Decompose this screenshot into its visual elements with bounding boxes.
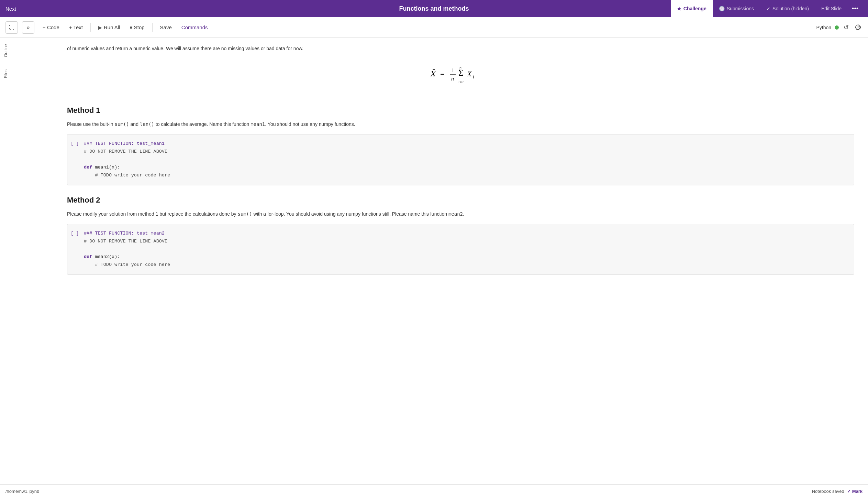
intro-text: of numeric values and return a numeric v… bbox=[67, 38, 854, 56]
status-right: Notebook saved ✓ Mark bbox=[812, 489, 863, 494]
check-icon: ✓ bbox=[847, 489, 851, 494]
collapse-sidebar-button[interactable]: » bbox=[22, 21, 34, 34]
check-icon: ✓ bbox=[766, 6, 770, 11]
code-line: def mean1(x): bbox=[84, 164, 848, 172]
add-text-button[interactable]: + Text bbox=[65, 22, 87, 32]
svg-text:n: n bbox=[451, 76, 454, 82]
cell-indicator-2: [ ] bbox=[67, 230, 81, 237]
svg-text:=: = bbox=[440, 69, 444, 78]
file-path: /home/hw1.ipynb bbox=[5, 489, 39, 494]
expand-icon: ⛶ bbox=[9, 24, 14, 31]
sidebar-item-files[interactable]: Files bbox=[2, 67, 10, 81]
code-cell-2[interactable]: [ ] ### TEST FUNCTION: test_mean2 # DO N… bbox=[67, 224, 854, 275]
svg-text:1: 1 bbox=[452, 67, 454, 73]
commands-button[interactable]: Commands bbox=[177, 22, 212, 32]
method1-description: Please use the buit-in sum() and len() t… bbox=[67, 120, 854, 129]
main-area: Outline Files of numeric values and retu… bbox=[0, 38, 868, 484]
saved-status: Notebook saved bbox=[812, 489, 844, 494]
kernel-status-dot bbox=[835, 25, 839, 30]
top-navbar: Next Functions and methods ★ Challenge 🕐… bbox=[0, 0, 868, 17]
cell-indicator-1: [ ] bbox=[67, 140, 81, 148]
page-title: Functions and methods bbox=[399, 5, 469, 12]
stop-icon: ■ bbox=[130, 25, 132, 30]
sidebar-item-outline[interactable]: Outline bbox=[2, 41, 10, 60]
restart-kernel-button[interactable]: ↺ bbox=[842, 22, 850, 33]
mark-button[interactable]: ✓ Mark bbox=[847, 489, 863, 494]
code-line bbox=[84, 156, 848, 164]
toolbar-right: Python ↺ ⏻ bbox=[816, 22, 863, 33]
separator-1 bbox=[90, 23, 91, 32]
code-line bbox=[84, 246, 848, 253]
clock-icon: 🕐 bbox=[719, 6, 725, 11]
svg-text:i=1: i=1 bbox=[458, 80, 464, 84]
side-panel: Outline Files bbox=[0, 38, 12, 484]
formula-svg: X̄ = 1 n Σ n i=1 X i bbox=[423, 63, 499, 87]
code-cell-1[interactable]: [ ] ### TEST FUNCTION: test_mean1 # DO N… bbox=[67, 134, 854, 185]
toolbar: ⛶ » + Code + Text ▶ Run All ■ Stop Save … bbox=[0, 17, 868, 38]
code-line: # TODO write your code here bbox=[84, 261, 848, 269]
power-icon: ⏻ bbox=[855, 24, 861, 31]
power-button[interactable]: ⏻ bbox=[854, 22, 863, 32]
svg-text:n: n bbox=[459, 66, 461, 71]
svg-text:X: X bbox=[467, 69, 472, 78]
code-line: # TODO write your code here bbox=[84, 172, 848, 180]
fullscreen-button[interactable]: ⛶ bbox=[5, 21, 18, 34]
separator-2 bbox=[152, 23, 153, 32]
tab-challenge[interactable]: ★ Challenge bbox=[671, 0, 713, 17]
stop-button[interactable]: ■ Stop bbox=[126, 22, 149, 32]
svg-text:X̄: X̄ bbox=[430, 69, 436, 78]
tab-solution[interactable]: ✓ Solution (hidden) bbox=[760, 0, 815, 17]
tab-edit-slide[interactable]: Edit Slide bbox=[815, 0, 848, 17]
star-icon: ★ bbox=[677, 6, 681, 11]
code-line: # DO NOT REMOVE THE LINE ABOVE bbox=[84, 238, 848, 246]
kernel-label: Python bbox=[816, 25, 831, 30]
method2-heading: Method 2 bbox=[67, 196, 854, 205]
cell-code-1[interactable]: ### TEST FUNCTION: test_mean1 # DO NOT R… bbox=[84, 140, 848, 180]
code-line: ### TEST FUNCTION: test_mean2 bbox=[84, 230, 848, 238]
code-line: # DO NOT REMOVE THE LINE ABOVE bbox=[84, 148, 848, 156]
math-formula: X̄ = 1 n Σ n i=1 X i bbox=[67, 56, 854, 96]
next-button[interactable]: Next bbox=[5, 6, 16, 12]
status-bar: /home/hw1.ipynb Notebook saved ✓ Mark bbox=[0, 484, 868, 498]
nav-tabs: ★ Challenge 🕐 Submissions ✓ Solution (hi… bbox=[671, 0, 863, 17]
collapse-icon: » bbox=[27, 24, 30, 31]
svg-text:i: i bbox=[473, 74, 474, 79]
method1-heading: Method 1 bbox=[67, 106, 854, 115]
add-code-button[interactable]: + Code bbox=[38, 22, 64, 32]
play-icon: ▶ bbox=[98, 25, 102, 30]
notebook-content: of numeric values and return a numeric v… bbox=[12, 38, 868, 484]
restart-icon: ↺ bbox=[844, 24, 849, 31]
run-all-button[interactable]: ▶ Run All bbox=[94, 22, 124, 32]
more-options-button[interactable]: ••• bbox=[848, 2, 863, 15]
code-line: ### TEST FUNCTION: test_mean1 bbox=[84, 140, 848, 148]
tab-submissions[interactable]: 🕐 Submissions bbox=[713, 0, 760, 17]
method2-description: Please modify your solution from method … bbox=[67, 210, 854, 218]
code-line: def mean2(x): bbox=[84, 253, 848, 261]
cell-code-2[interactable]: ### TEST FUNCTION: test_mean2 # DO NOT R… bbox=[84, 230, 848, 269]
save-button[interactable]: Save bbox=[156, 22, 176, 32]
